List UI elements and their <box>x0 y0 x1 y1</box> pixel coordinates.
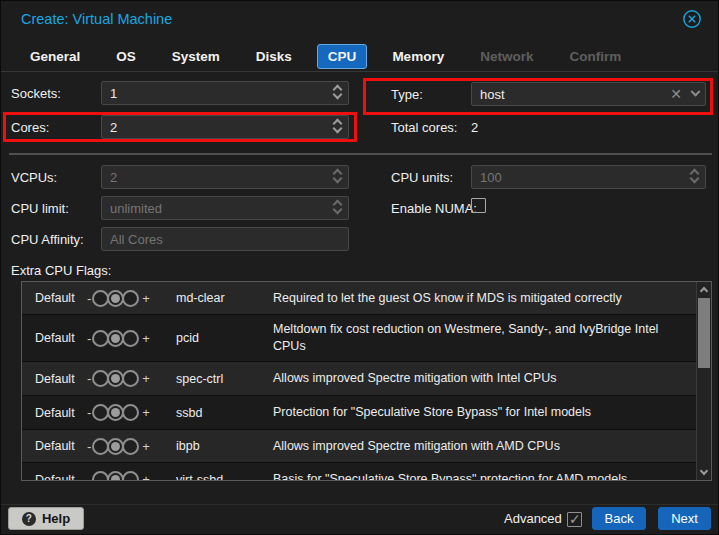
section-separator <box>9 153 712 155</box>
tab-cpu[interactable]: CPU <box>317 44 368 69</box>
slider-stop-on[interactable] <box>122 370 139 387</box>
help-button[interactable]: ? Help <box>8 507 84 530</box>
sockets-input[interactable]: 1 <box>101 81 349 105</box>
back-button[interactable]: Back <box>592 507 646 530</box>
plus-icon[interactable]: + <box>139 291 153 306</box>
tristate-slider[interactable]: -+ <box>84 471 153 481</box>
advanced-label: Advanced <box>504 511 562 526</box>
tristate-slider[interactable]: -+ <box>84 370 153 387</box>
tristate-slider[interactable]: -+ <box>84 290 153 307</box>
scroll-up-icon[interactable] <box>700 287 708 295</box>
vcpus-input: 2 <box>101 165 349 189</box>
flag-default-label: Default <box>22 473 84 482</box>
flag-description: Required to let the guest OS know if MDS… <box>273 290 711 307</box>
plus-icon[interactable]: + <box>139 405 153 420</box>
scroll-down-icon[interactable] <box>700 467 708 475</box>
flag-name: ibpb <box>176 439 273 453</box>
advanced-checkbox[interactable] <box>567 512 582 527</box>
flag-default-label: Default <box>22 372 84 386</box>
spin-down-icon[interactable] <box>690 174 700 184</box>
spin-down-icon[interactable] <box>333 124 343 134</box>
total-cores-label: Total cores: <box>391 120 457 135</box>
cores-value: 2 <box>110 120 326 135</box>
tristate-slider[interactable]: -+ <box>84 330 153 347</box>
flag-name: virt-ssbd <box>176 473 273 482</box>
flag-row-virt-ssbd: Default -+ virt-ssbd Basis for "Speculat… <box>22 463 711 481</box>
vcpus-spinner <box>334 170 341 182</box>
flag-name: spec-ctrl <box>176 372 273 386</box>
sockets-label: Sockets: <box>11 86 61 101</box>
create-vm-dialog: Create: Virtual Machine General OS Syste… <box>0 0 719 535</box>
cpu-affinity-value: All Cores <box>110 232 340 247</box>
flag-description: Allows improved Spectre mitigation with … <box>273 438 711 455</box>
chevron-down-icon[interactable] <box>691 86 701 96</box>
cpu-units-input[interactable]: 100 <box>471 165 706 189</box>
flag-name: md-clear <box>176 291 273 305</box>
plus-icon[interactable]: + <box>139 371 153 386</box>
cpu-type-value: host <box>480 87 661 102</box>
enable-numa-checkbox[interactable] <box>471 198 486 213</box>
tristate-slider[interactable]: -+ <box>84 404 153 421</box>
question-mark-icon: ? <box>22 512 36 526</box>
flag-row-ibpb: Default -+ ibpb Allows improved Spectre … <box>22 430 711 463</box>
slider-stop-on[interactable] <box>122 290 139 307</box>
tab-memory[interactable]: Memory <box>381 44 455 69</box>
scrollbar-thumb[interactable] <box>698 298 710 368</box>
close-icon[interactable] <box>682 9 702 29</box>
flag-default-label: Default <box>22 439 84 453</box>
slider-stop-on[interactable] <box>122 330 139 347</box>
cores-spinner[interactable] <box>334 120 341 132</box>
spin-down-icon <box>333 174 343 184</box>
flag-row-spec-ctrl: Default -+ spec-ctrl Allows improved Spe… <box>22 362 711 396</box>
vcpus-value: 2 <box>110 170 326 185</box>
cpu-type-combobox[interactable]: host ✕ <box>471 82 706 106</box>
flag-default-label: Default <box>22 406 84 420</box>
flags-scrollbar[interactable] <box>696 282 711 480</box>
tristate-slider[interactable]: -+ <box>84 438 153 455</box>
cpu-limit-input: unlimited <box>101 196 349 220</box>
sockets-value: 1 <box>110 86 326 101</box>
tab-os[interactable]: OS <box>105 44 147 69</box>
flag-row-ssbd: Default -+ ssbd Protection for "Speculat… <box>22 396 711 430</box>
sockets-spinner[interactable] <box>334 86 341 98</box>
slider-stop-on[interactable] <box>122 438 139 455</box>
cpu-limit-spinner <box>334 201 341 213</box>
plus-icon[interactable]: + <box>139 472 153 481</box>
flag-default-label: Default <box>22 331 84 345</box>
cores-input[interactable]: 2 <box>101 115 349 139</box>
tab-system[interactable]: System <box>161 44 231 69</box>
flag-description: Basis for "Speculative Store Bypass" pro… <box>273 471 711 481</box>
dialog-title: Create: Virtual Machine <box>21 11 172 27</box>
flag-description: Allows improved Spectre mitigation with … <box>273 370 711 387</box>
total-cores-value: 2 <box>471 120 478 135</box>
flag-description: Meltdown fix cost reduction on Westmere,… <box>273 321 711 355</box>
cpu-limit-label: CPU limit: <box>11 201 69 216</box>
cpu-units-label: CPU units: <box>391 170 453 185</box>
cpu-type-label: Type: <box>391 87 423 102</box>
dialog-footer: ? Help Advanced Back Next <box>1 504 719 534</box>
cpu-units-spinner[interactable] <box>691 170 698 182</box>
slider-stop-on[interactable] <box>122 404 139 421</box>
flag-description: Protection for "Speculative Store Bypass… <box>273 404 711 421</box>
slider-stop-on[interactable] <box>122 471 139 481</box>
plus-icon[interactable]: + <box>139 331 153 346</box>
plus-icon[interactable]: + <box>139 439 153 454</box>
tab-general[interactable]: General <box>19 44 91 69</box>
help-button-label: Help <box>42 511 70 526</box>
tab-disks[interactable]: Disks <box>245 44 303 69</box>
vcpus-label: VCPUs: <box>11 170 57 185</box>
flag-default-label: Default <box>22 291 84 305</box>
tab-network: Network <box>469 44 544 69</box>
next-button[interactable]: Next <box>658 507 711 530</box>
flag-name: pcid <box>176 331 273 345</box>
spin-down-icon[interactable] <box>333 90 343 100</box>
cpu-units-value: 100 <box>480 170 683 185</box>
flag-name: ssbd <box>176 406 273 420</box>
clear-icon[interactable]: ✕ <box>670 87 682 101</box>
tabs-separator <box>1 71 719 72</box>
extra-cpu-flags-label: Extra CPU Flags: <box>11 263 111 278</box>
enable-numa-label: Enable NUMA: <box>391 201 477 216</box>
flag-row-pcid: Default -+ pcid Meltdown fix cost reduct… <box>22 315 711 362</box>
spin-down-icon <box>333 205 343 215</box>
cpu-flags-table: Default -+ md-clear Required to let the … <box>21 281 712 481</box>
